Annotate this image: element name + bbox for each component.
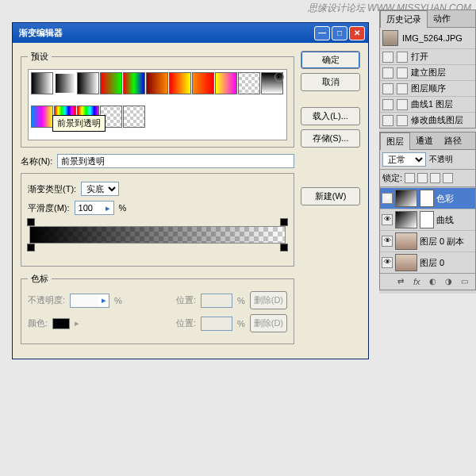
delete-opacity-stop-button: 删除(D) — [250, 291, 287, 309]
layer-row[interactable]: 👁色彩 — [380, 187, 475, 209]
step-label: 图层顺序 — [411, 83, 446, 94]
step-icon — [397, 83, 408, 94]
position-input-2 — [201, 317, 232, 331]
step-label: 曲线1 图层 — [411, 98, 453, 110]
presets-menu-icon[interactable]: ▸ — [274, 72, 284, 82]
chevron-right-icon[interactable]: ▸ — [103, 203, 113, 213]
layer-thumb[interactable] — [395, 232, 417, 250]
gradient-bar[interactable] — [29, 226, 286, 244]
history-step[interactable]: 修改曲线图层 — [380, 112, 475, 128]
lock-position-icon[interactable] — [430, 173, 440, 183]
preset-swatch[interactable] — [31, 106, 53, 128]
preset-swatch[interactable] — [192, 72, 214, 94]
smooth-label: 平滑度(M): — [28, 202, 70, 214]
load-button[interactable]: 载入(L)... — [301, 107, 360, 125]
percent-label: % — [119, 203, 127, 213]
opacity-stop-left[interactable] — [27, 218, 35, 226]
minimize-button[interactable]: — — [314, 26, 330, 40]
preset-swatch[interactable] — [31, 72, 53, 94]
visibility-icon[interactable]: 👁 — [382, 236, 393, 247]
layer-thumb[interactable] — [395, 211, 417, 228]
adjustment-icon[interactable]: ◑ — [445, 277, 456, 286]
name-label: 名称(N): — [21, 155, 52, 167]
layers-panel: 图层 通道 路径 正常 不透明 锁定: 👁色彩👁曲线👁图层 0 副本👁图层 0 … — [379, 132, 476, 290]
history-step[interactable]: 图层顺序 — [380, 80, 475, 96]
step-label: 修改曲线图层 — [411, 114, 463, 126]
preset-tooltip: 前景到透明 — [52, 115, 106, 132]
lock-label: 锁定: — [382, 172, 402, 184]
lock-transparent-icon[interactable] — [405, 173, 415, 183]
link-icon[interactable]: ⇄ — [397, 277, 409, 286]
presets-label: 预设 — [28, 51, 52, 63]
stops-label: 色标 — [28, 273, 52, 285]
color-label: 颜色: — [28, 317, 48, 329]
preset-swatch[interactable] — [146, 72, 168, 94]
close-button[interactable]: ✕ — [349, 26, 365, 40]
folder-icon[interactable]: ▭ — [461, 277, 472, 286]
preset-swatch[interactable] — [169, 72, 191, 94]
preset-swatch[interactable] — [123, 106, 145, 128]
layer-name: 图层 0 — [420, 257, 444, 269]
tab-actions[interactable]: 动作 — [428, 10, 456, 27]
step-icon — [382, 83, 393, 94]
visibility-icon[interactable]: 👁 — [382, 214, 393, 225]
tab-channels[interactable]: 通道 — [410, 132, 439, 149]
layer-mask[interactable] — [420, 190, 434, 207]
preset-swatch[interactable] — [238, 72, 260, 94]
tab-paths[interactable]: 路径 — [439, 132, 467, 149]
position-label-2: 位置: — [176, 317, 196, 329]
history-step[interactable]: 打开 — [380, 48, 475, 64]
name-input[interactable] — [57, 154, 294, 168]
layer-row[interactable]: 👁图层 0 副本 — [380, 230, 475, 251]
source-thumb — [382, 30, 398, 46]
lock-all-icon[interactable] — [443, 173, 453, 183]
tab-history[interactable]: 历史记录 — [380, 10, 428, 28]
history-source[interactable]: IMG_5264.JPG — [380, 28, 475, 48]
preset-swatch[interactable] — [54, 72, 76, 94]
titlebar[interactable]: 渐变编辑器 — □ ✕ — [13, 23, 368, 43]
position-input-1 — [201, 294, 232, 308]
preset-swatch[interactable] — [100, 72, 122, 94]
blend-mode-select[interactable]: 正常 — [382, 152, 426, 167]
cancel-button[interactable]: 取消 — [301, 73, 360, 91]
preset-swatch[interactable] — [77, 72, 99, 94]
gradient-editor-dialog: 渐变编辑器 — □ ✕ 预设 ▸ 名称(N): 渐变类型(T): 实底 — [12, 22, 369, 359]
ok-button[interactable]: 确定 — [301, 51, 360, 69]
layer-mask[interactable] — [420, 211, 434, 228]
preset-swatch[interactable] — [123, 72, 145, 94]
type-select[interactable]: 实底 — [81, 182, 119, 196]
layer-name: 曲线 — [436, 214, 454, 226]
color-swatch — [52, 318, 70, 329]
mask-icon[interactable]: ◐ — [429, 277, 440, 286]
visibility-icon[interactable]: 👁 — [382, 257, 393, 268]
step-icon — [382, 52, 393, 63]
layer-thumb[interactable] — [395, 190, 417, 207]
step-icon — [397, 99, 408, 110]
color-stop-right[interactable] — [280, 244, 288, 251]
save-button[interactable]: 存储(S)... — [301, 129, 360, 148]
gradient-type-group: 渐变类型(T): 实底 平滑度(M): ▸ % — [21, 173, 294, 267]
fx-icon[interactable]: fx — [413, 277, 424, 286]
smooth-input[interactable] — [75, 202, 103, 214]
tab-layers[interactable]: 图层 — [380, 132, 410, 150]
dialog-title: 渐变编辑器 — [19, 27, 313, 39]
delete-color-stop-button: 删除(D) — [250, 314, 287, 332]
layer-row[interactable]: 👁图层 0 — [380, 251, 475, 273]
visibility-icon[interactable]: 👁 — [382, 193, 393, 204]
lock-image-icon[interactable] — [417, 173, 428, 183]
step-icon — [382, 99, 393, 110]
opacity-stop-right[interactable] — [280, 218, 288, 226]
smooth-combo[interactable]: ▸ — [75, 201, 114, 215]
history-panel: 历史记录 动作 IMG_5264.JPG 打开建立图层图层顺序曲线1 图层修改曲… — [379, 10, 476, 129]
layer-thumb[interactable] — [395, 254, 417, 271]
preset-swatch[interactable] — [215, 72, 237, 94]
new-button[interactable]: 新建(W) — [301, 187, 360, 205]
presets-group: 预设 ▸ — [21, 51, 294, 148]
layer-row[interactable]: 👁曲线 — [380, 209, 475, 230]
history-step[interactable]: 曲线1 图层 — [380, 96, 475, 112]
history-step[interactable]: 建立图层 — [380, 64, 475, 80]
maximize-button[interactable]: □ — [332, 26, 347, 40]
opacity-input — [71, 294, 98, 307]
step-label: 建立图层 — [411, 67, 446, 79]
color-stop-left[interactable] — [27, 244, 35, 251]
